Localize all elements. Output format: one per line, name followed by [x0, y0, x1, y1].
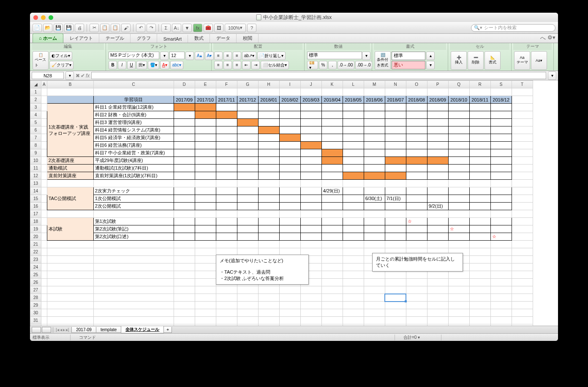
- col-header-T[interactable]: T: [512, 81, 533, 88]
- col-header-C[interactable]: C: [93, 81, 174, 88]
- save-icon[interactable]: 💾: [54, 24, 63, 32]
- bold-button[interactable]: B: [109, 61, 117, 69]
- prev-sheet-icon[interactable]: ◂: [60, 327, 62, 332]
- first-sheet-icon[interactable]: |◂: [56, 327, 59, 332]
- row-header-32[interactable]: 32: [30, 324, 41, 326]
- theme-font-button[interactable]: Aa▾: [531, 51, 547, 70]
- fx-icon[interactable]: fx: [193, 24, 202, 32]
- col-header-K[interactable]: K: [321, 81, 343, 88]
- close-icon[interactable]: [33, 15, 38, 20]
- col-header-E[interactable]: E: [195, 81, 216, 88]
- tab-data[interactable]: データ: [210, 33, 237, 43]
- col-header-S[interactable]: S: [490, 81, 512, 88]
- tab-table[interactable]: テーブル: [99, 33, 131, 43]
- col-header-H[interactable]: H: [258, 81, 279, 88]
- row-header-9[interactable]: 9: [30, 149, 41, 157]
- clear-button[interactable]: 🧹 クリア ▾: [49, 61, 74, 69]
- style-down-icon[interactable]: ▾: [426, 61, 435, 69]
- formula-input[interactable]: [91, 72, 546, 79]
- wrap-button[interactable]: 📄 折り返し▾: [257, 52, 286, 60]
- cancel-icon[interactable]: ✖: [76, 73, 80, 79]
- view-normal-icon[interactable]: [32, 327, 41, 333]
- size-dropdown-icon[interactable]: ▾: [185, 52, 194, 60]
- italic-button[interactable]: I: [118, 61, 126, 69]
- row-header-12[interactable]: 12: [30, 172, 41, 180]
- toolbox-icon[interactable]: 🧰: [204, 24, 213, 32]
- row-header-21[interactable]: 21: [30, 241, 41, 248]
- row-header-17[interactable]: 17: [30, 210, 41, 218]
- row-header-15[interactable]: 15: [30, 195, 41, 203]
- zoom-icon[interactable]: [49, 15, 53, 20]
- help-icon[interactable]: ?: [247, 24, 256, 32]
- row-header-13[interactable]: 13: [30, 180, 41, 187]
- row-header-22[interactable]: 22: [30, 248, 41, 256]
- expand-fx-icon[interactable]: ▾: [548, 71, 556, 80]
- align-left-icon[interactable]: ≡: [214, 61, 223, 69]
- sheet-tab-2[interactable]: 全体スケジュール: [121, 326, 164, 333]
- format-painter-icon[interactable]: 🖌: [121, 24, 131, 32]
- row-header-23[interactable]: 23: [30, 256, 41, 263]
- row-header-29[interactable]: 29: [30, 302, 41, 309]
- print-icon[interactable]: 🖨: [75, 24, 84, 32]
- font-select[interactable]: [109, 52, 159, 59]
- cut-icon[interactable]: ✂: [90, 24, 99, 32]
- add-sheet-button[interactable]: +: [163, 327, 172, 333]
- paste-button[interactable]: 📋ペースト: [33, 51, 49, 70]
- align-center-icon[interactable]: ≡: [223, 61, 232, 69]
- row-header-28[interactable]: 28: [30, 294, 41, 302]
- search-input[interactable]: 🔍▾ シート内を検索: [471, 24, 555, 32]
- next-sheet-icon[interactable]: ▸: [63, 327, 65, 332]
- cond-format-button[interactable]: 🔢条件付き書式: [375, 51, 391, 70]
- col-header-P[interactable]: P: [427, 81, 448, 88]
- col-header-Q[interactable]: Q: [448, 81, 469, 88]
- col-header-L[interactable]: L: [343, 81, 364, 88]
- spreadsheet-grid[interactable]: ◢ABCDEFGHIJKLMNOPQRST12学習項目2017/092017/1…: [30, 80, 558, 326]
- tab-review[interactable]: 校閲: [237, 33, 259, 43]
- open-icon[interactable]: 📂: [43, 24, 52, 32]
- row-header-16[interactable]: 16: [30, 203, 41, 210]
- row-header-10[interactable]: 10: [30, 157, 41, 165]
- confirm-icon[interactable]: ✔: [81, 73, 85, 79]
- row-header-6[interactable]: 6: [30, 126, 41, 134]
- row-header-8[interactable]: 8: [30, 142, 41, 149]
- undo-icon[interactable]: ↶: [136, 24, 145, 32]
- align-mid-icon[interactable]: ≡: [223, 52, 232, 60]
- col-header-A[interactable]: A: [41, 81, 47, 88]
- autosum-icon[interactable]: Σ: [161, 24, 171, 32]
- sheet-tab-0[interactable]: 2017-09: [71, 327, 96, 333]
- name-box[interactable]: [32, 72, 64, 79]
- dec-decimal-icon[interactable]: .00→.0: [355, 61, 372, 69]
- row-header-2[interactable]: 2: [30, 96, 41, 104]
- save2-icon[interactable]: 💾: [64, 24, 74, 32]
- col-header-F[interactable]: F: [216, 81, 237, 88]
- tab-formula[interactable]: 数式: [188, 33, 210, 43]
- col-header-J[interactable]: J: [300, 81, 321, 88]
- row-header-26[interactable]: 26: [30, 279, 41, 286]
- row-header-4[interactable]: 4: [30, 111, 41, 119]
- row-header-19[interactable]: 19: [30, 225, 41, 233]
- zoom-select[interactable]: 100%▾: [225, 24, 246, 32]
- align-top-icon[interactable]: ≡: [214, 52, 223, 60]
- orientation-icon[interactable]: ab↗▾: [242, 52, 256, 60]
- tab-home[interactable]: ⌂ホーム: [33, 33, 63, 43]
- gear-icon[interactable]: ⚙▾: [547, 34, 555, 42]
- size-select[interactable]: [169, 52, 185, 59]
- paste-icon[interactable]: 📋: [111, 24, 120, 32]
- number-format-select[interactable]: [307, 52, 362, 59]
- format-button[interactable]: 📐書式: [485, 51, 501, 70]
- grow-font-icon[interactable]: A▴: [195, 52, 204, 60]
- collapse-ribbon-icon[interactable]: へ: [540, 34, 546, 42]
- comma-icon[interactable]: ，: [328, 61, 337, 69]
- tab-layout[interactable]: レイアウト: [63, 33, 99, 43]
- currency-icon[interactable]: 💴▾: [307, 61, 318, 69]
- tab-smartart[interactable]: SmartArt: [157, 35, 188, 43]
- row-header-11[interactable]: 11: [30, 165, 41, 172]
- tab-chart[interactable]: グラフ: [131, 33, 157, 43]
- align-right-icon[interactable]: ≡: [233, 61, 241, 69]
- row-header-14[interactable]: 14: [30, 187, 41, 195]
- phonetic-button[interactable]: abc▾: [170, 61, 183, 69]
- namebox-dropdown-icon[interactable]: ▾: [65, 71, 74, 80]
- filter-icon[interactable]: ▼: [182, 24, 192, 32]
- col-header-D[interactable]: D: [174, 81, 195, 88]
- percent-icon[interactable]: %: [319, 61, 327, 69]
